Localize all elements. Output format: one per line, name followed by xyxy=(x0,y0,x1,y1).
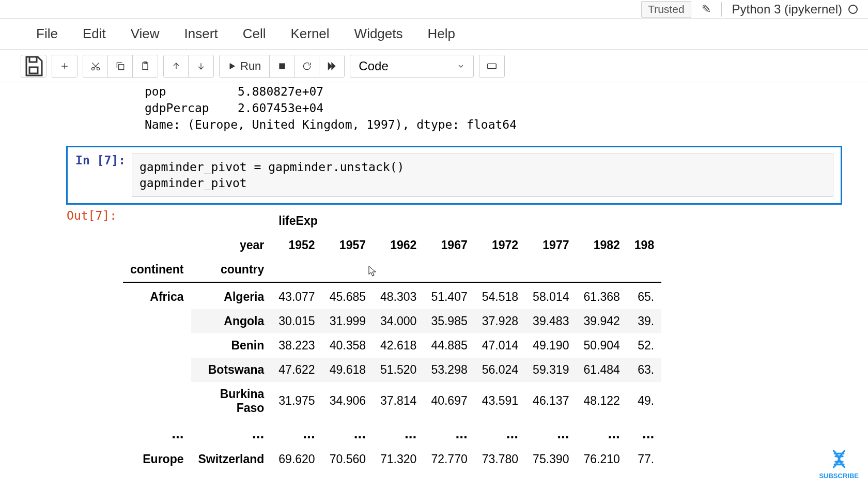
output-dataframe: lifeExp year 1952 1957 1962 1967 1972 19… xyxy=(123,209,753,471)
svg-rect-7 xyxy=(118,65,123,70)
svg-marker-14 xyxy=(329,63,332,69)
save-button[interactable] xyxy=(21,55,47,78)
code-cell[interactable]: In [7]: gapminder_pivot = gapminder.unst… xyxy=(66,146,842,205)
subscribe-badge[interactable]: SUBSCRIBE xyxy=(819,448,859,480)
interrupt-button[interactable] xyxy=(270,55,295,77)
year-label: year xyxy=(191,233,272,257)
svg-marker-12 xyxy=(230,64,235,69)
edit-icon[interactable]: ✎ xyxy=(702,3,711,16)
svg-rect-16 xyxy=(488,64,497,68)
menu-widgets[interactable]: Widgets xyxy=(354,26,403,42)
notebook-content: pop 5.880827e+07 gdpPercap 2.607453e+04 … xyxy=(0,83,868,471)
col-year-0: 1952 xyxy=(271,233,322,257)
restart-run-all-button[interactable] xyxy=(319,55,344,77)
idx-country: Benin xyxy=(191,333,272,358)
idx-country: Burkina Faso xyxy=(191,382,272,420)
menu-kernel[interactable]: Kernel xyxy=(290,26,329,42)
col-year-2: 1962 xyxy=(373,233,424,257)
table-row: Botswana 47.62249.61851.52053.29856.0245… xyxy=(123,358,661,382)
idx-country: Botswana xyxy=(191,358,272,382)
svg-rect-13 xyxy=(280,64,285,69)
kernel-indicator[interactable]: Python 3 (ipykernel) xyxy=(721,2,858,17)
continent-label: continent xyxy=(123,257,191,282)
menu-file[interactable]: File xyxy=(36,26,58,42)
idx-country: Switzerland xyxy=(191,447,272,471)
cell-type-label: Code xyxy=(359,59,388,73)
svg-rect-0 xyxy=(29,67,38,73)
table-row: Benin 38.22340.35842.61844.88547.01449.1… xyxy=(123,333,661,358)
table-row: Burkina Faso 31.97534.90637.81440.69743.… xyxy=(123,382,661,420)
restart-button[interactable] xyxy=(295,55,319,77)
idx-continent xyxy=(123,358,191,382)
menu-bar: File Edit View Insert Cell Kernel Widget… xyxy=(0,19,868,50)
out-prompt: Out[7]: xyxy=(66,209,123,471)
code-editor[interactable]: gapminder_pivot = gapminder.unstack() ga… xyxy=(132,154,833,197)
copy-button[interactable] xyxy=(108,55,133,77)
cell-type-select[interactable]: Code xyxy=(350,55,474,78)
menu-view[interactable]: View xyxy=(131,26,160,42)
col-year-4: 1972 xyxy=(475,233,525,257)
trusted-badge[interactable]: Trusted xyxy=(641,1,691,18)
chevron-down-icon xyxy=(457,62,465,70)
dataframe-table: lifeExp year 1952 1957 1962 1967 1972 19… xyxy=(123,209,661,471)
idx-continent xyxy=(123,382,191,420)
notebook-header: Trusted ✎ Python 3 (ipykernel) xyxy=(0,0,868,19)
move-up-button[interactable] xyxy=(164,55,189,77)
col-year-3: 1967 xyxy=(424,233,474,257)
run-label: Run xyxy=(240,59,261,73)
col-year-1: 1957 xyxy=(322,233,373,257)
country-label: country xyxy=(191,257,272,282)
menu-insert[interactable]: Insert xyxy=(184,26,218,42)
run-button[interactable]: Run xyxy=(220,55,270,77)
col-lifeexp: lifeExp xyxy=(271,209,661,233)
idx-continent: Europe xyxy=(123,447,191,471)
svg-marker-15 xyxy=(332,63,335,69)
dna-icon xyxy=(828,448,850,470)
toolbar: Run Code xyxy=(0,50,868,83)
col-year-5: 1977 xyxy=(525,233,576,257)
table-row: Angola 30.01531.99934.00035.98537.92839.… xyxy=(123,309,661,333)
idx-continent: Africa xyxy=(123,282,191,309)
table-row: Africa Algeria 43.07745.68548.30351.4075… xyxy=(123,282,661,309)
move-down-button[interactable] xyxy=(189,55,213,77)
menu-edit[interactable]: Edit xyxy=(83,26,106,42)
prev-cell-output: pop 5.880827e+07 gdpPercap 2.607453e+04 … xyxy=(21,83,847,133)
idx-country: Angola xyxy=(191,309,272,333)
menu-help[interactable]: Help xyxy=(428,26,455,42)
cut-button[interactable] xyxy=(83,55,108,77)
col-year-6: 1982 xyxy=(576,233,627,257)
menu-cell[interactable]: Cell xyxy=(243,26,266,42)
idx-continent xyxy=(123,309,191,333)
add-cell-button[interactable] xyxy=(52,55,77,77)
in-prompt: In [7]: xyxy=(75,154,132,197)
subscribe-label: SUBSCRIBE xyxy=(819,472,859,480)
command-palette-button[interactable] xyxy=(479,55,505,78)
kernel-name: Python 3 (ipykernel) xyxy=(732,2,842,17)
table-row: Europe Switzerland 69.62070.56071.32072.… xyxy=(123,447,661,471)
ellipsis-row: .............................. xyxy=(123,420,661,447)
kernel-status-icon xyxy=(848,5,858,14)
idx-continent xyxy=(123,333,191,358)
col-year-7: 198 xyxy=(627,233,661,257)
paste-button[interactable] xyxy=(133,55,158,77)
idx-country: Algeria xyxy=(191,282,272,309)
